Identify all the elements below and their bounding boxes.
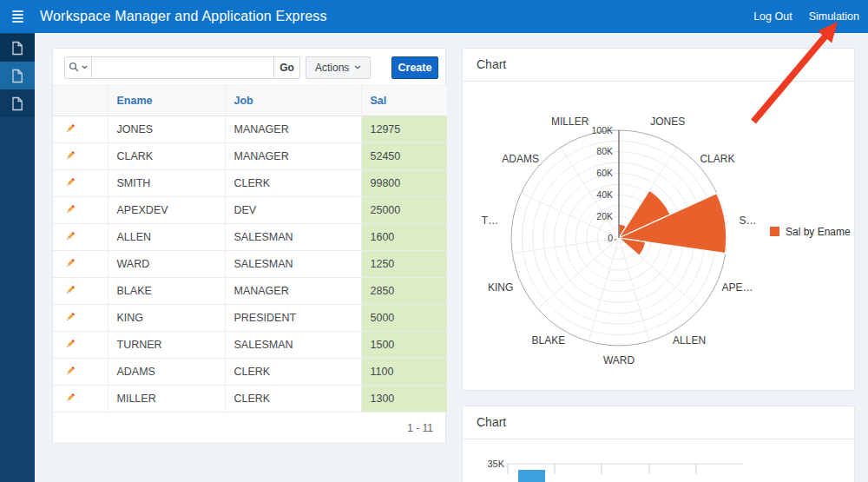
svg-text:T…: T… (482, 215, 498, 227)
polar-chart: 020K40K60K80K100KJONESCLARKS…APE…ALLENWA… (463, 82, 854, 391)
ename-cell: TURNER (108, 332, 225, 359)
document-icon (11, 96, 23, 111)
column-header-sal[interactable]: Sal (361, 86, 447, 116)
sal-cell: 1250 (361, 251, 447, 278)
bar (518, 470, 545, 482)
sidebar-page-item-1[interactable] (0, 34, 35, 62)
document-icon (11, 41, 23, 56)
table-row: MILLER CLERK 1300 (53, 386, 447, 413)
document-icon (11, 69, 23, 83)
edit-column-header (53, 86, 108, 116)
sal-cell: 5000 (361, 305, 447, 332)
edit-cell (53, 116, 108, 143)
edit-cell (53, 197, 108, 224)
sidebar-page-item-3[interactable] (0, 89, 35, 117)
svg-text:ADAMS: ADAMS (502, 153, 539, 165)
actions-button[interactable]: Actions (306, 56, 371, 79)
column-header-ename[interactable]: Ename (108, 86, 225, 116)
svg-text:ALLEN: ALLEN (673, 334, 706, 347)
search-icon (69, 62, 80, 73)
bar-chart-region: Chart 35K (462, 406, 855, 482)
table-row: CLARK MANAGER 52450 (53, 143, 447, 170)
sal-cell: 99800 (361, 170, 447, 197)
svg-text:KING: KING (488, 281, 513, 294)
create-button[interactable]: Create (391, 56, 438, 79)
svg-text:35K: 35K (487, 459, 504, 469)
table-row: TURNER SALESMAN 1500 (53, 332, 447, 359)
job-cell: CLERK (225, 386, 361, 413)
table-row: KING PRESIDENT 5000 (53, 305, 447, 332)
bar-chart: 35K (463, 439, 854, 482)
sal-cell: 1300 (361, 386, 447, 413)
report-toolbar: Go Actions Create (53, 49, 445, 85)
svg-text:60K: 60K (596, 168, 613, 178)
ename-cell: SMITH (108, 170, 225, 197)
sal-cell: 1100 (361, 359, 447, 386)
report-rows: JONES MANAGER 12975 CLARK MANAGER 52450 (53, 116, 447, 413)
edit-pencil-icon[interactable] (64, 122, 77, 135)
ename-cell: CLARK (108, 143, 225, 170)
logout-link[interactable]: Log Out (753, 10, 792, 23)
pagination-label: 1 - 11 (407, 422, 433, 434)
table-row: BLAKE MANAGER 2850 (53, 278, 447, 305)
chevron-down-icon (354, 65, 361, 69)
edit-cell (53, 386, 108, 413)
svg-text:40K: 40K (596, 189, 613, 200)
edit-cell (53, 305, 108, 332)
edit-pencil-icon[interactable] (64, 310, 77, 323)
job-cell: SALESMAN (225, 251, 361, 278)
column-header-job[interactable]: Job (225, 86, 361, 116)
edit-pencil-icon[interactable] (64, 391, 77, 404)
edit-pencil-icon[interactable] (64, 175, 77, 188)
report-footer: 1 - 11 (53, 413, 445, 445)
go-button[interactable]: Go (273, 56, 300, 79)
job-cell: MANAGER (225, 278, 361, 305)
hamburger-menu-icon[interactable] (0, 0, 35, 33)
table-row: ADAMS CLERK 1100 (53, 359, 447, 386)
svg-text:APE…: APE… (721, 281, 753, 294)
job-cell: SALESMAN (225, 332, 361, 359)
edit-pencil-icon[interactable] (64, 364, 77, 377)
region-title: Chart (463, 49, 854, 82)
simulation-link[interactable]: Simulation (809, 10, 859, 23)
svg-text:80K: 80K (596, 146, 613, 156)
job-cell: CLERK (225, 359, 361, 386)
table-row: APEXDEV DEV 25000 (53, 197, 447, 224)
sidebar (0, 33, 35, 482)
job-cell: PRESIDENT (225, 305, 361, 332)
edit-pencil-icon[interactable] (64, 256, 77, 269)
sal-cell: 2850 (361, 278, 447, 305)
edit-pencil-icon[interactable] (64, 229, 77, 242)
edit-pencil-icon[interactable] (64, 337, 77, 350)
ename-cell: JONES (108, 116, 225, 143)
legend-label: Sal by Ename (786, 226, 851, 238)
search-options-button[interactable] (64, 56, 92, 79)
svg-text:MILLER: MILLER (551, 116, 589, 128)
edit-pencil-icon[interactable] (64, 149, 77, 162)
sal-cell: 1500 (361, 332, 447, 359)
sidebar-page-item-2[interactable] (0, 62, 35, 89)
search-input[interactable] (91, 56, 274, 79)
svg-text:0: 0 (608, 233, 613, 243)
edit-pencil-icon[interactable] (64, 202, 77, 215)
chevron-down-icon (82, 65, 88, 69)
table-row: ALLEN SALESMAN 1600 (53, 224, 447, 251)
report-region: Go Actions Create Ename Job Sal (52, 48, 446, 444)
edit-cell (53, 278, 108, 305)
edit-cell (53, 332, 108, 359)
svg-text:S…: S… (739, 215, 756, 227)
edit-cell (53, 170, 108, 197)
edit-pencil-icon[interactable] (64, 283, 77, 296)
report-table: Ename Job Sal JONES MANAGER (53, 85, 447, 413)
sal-cell: 52450 (361, 143, 447, 170)
sal-cell: 1600 (361, 224, 447, 251)
ename-cell: APEXDEV (108, 197, 225, 224)
ename-cell: ALLEN (108, 224, 225, 251)
app-header: Workspace Manager and Application Expres… (0, 0, 868, 33)
app-window: Workspace Manager and Application Expres… (0, 0, 868, 482)
job-cell: MANAGER (225, 116, 361, 143)
legend-swatch (770, 227, 779, 236)
ename-cell: BLAKE (108, 278, 225, 305)
edit-cell (53, 359, 108, 386)
ename-cell: ADAMS (108, 359, 225, 386)
